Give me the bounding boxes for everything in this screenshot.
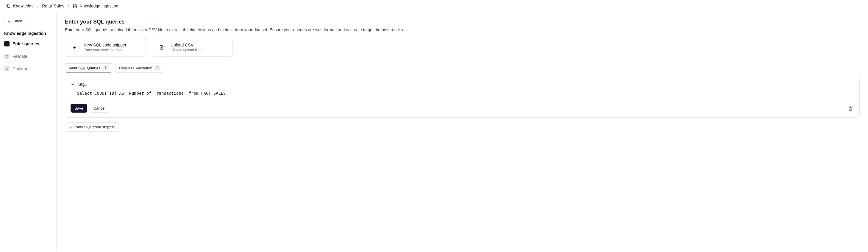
upload-csv-card[interactable]: Upload CSV Click to upload files — [152, 38, 233, 57]
button-label: New SQL code snippet — [75, 125, 115, 129]
tab-count-badge: 1 — [103, 65, 108, 70]
cancel-button[interactable]: Cancel — [90, 104, 109, 113]
breadcrumb-item-knowledge[interactable]: Knowledge — [6, 4, 34, 8]
query-label: SQL — [78, 82, 87, 87]
back-button[interactable]: Back — [4, 17, 25, 25]
trash-icon — [848, 106, 853, 111]
breadcrumb-label: Knowledge ingestion — [80, 4, 118, 8]
page-description: Enter your SQL queries or upload them vi… — [65, 27, 860, 32]
card-title: New SQL code snippet — [84, 43, 126, 47]
step-number: 1 — [4, 41, 9, 47]
plus-icon — [70, 43, 80, 52]
main-content: Enter your SQL queries Enter your SQL qu… — [57, 12, 868, 251]
plus-icon — [69, 125, 73, 129]
save-button[interactable]: Save — [70, 104, 87, 113]
breadcrumb-label: Knowledge — [13, 4, 34, 8]
back-label: Back — [13, 19, 22, 23]
breadcrumb-item-retail-sales[interactable]: Retail Sales — [42, 4, 64, 8]
delete-button[interactable] — [847, 105, 854, 112]
card-subtitle: Enter your code in editor — [84, 48, 126, 52]
step-connector — [7, 59, 7, 66]
step-number: 2 — [4, 54, 9, 59]
sql-code-block[interactable]: Select COUNT(ID) AS 'Number of Transacti… — [70, 90, 854, 104]
step-list: 1 Enter queries 2 Validate 3 Confirm — [4, 41, 52, 72]
file-plus-icon — [73, 4, 78, 8]
step-number: 3 — [4, 66, 9, 72]
arrow-left-icon — [7, 19, 11, 23]
layers-icon — [6, 4, 11, 8]
file-upload-icon — [157, 43, 166, 52]
tab-bar: Valid SQL Queries 1 Requires Validation … — [65, 63, 860, 73]
step-label: Validate — [12, 54, 27, 59]
new-sql-snippet-button[interactable]: New SQL code snippet — [65, 122, 119, 132]
breadcrumb-separator: / — [37, 4, 38, 8]
step-enter-queries[interactable]: 1 Enter queries — [4, 41, 52, 47]
step-label: Confirm — [12, 66, 27, 71]
page-title: Enter your SQL queries — [65, 19, 860, 25]
svg-rect-0 — [7, 5, 10, 7]
step-connector — [7, 47, 7, 54]
sidebar-title: Knowledge ingestion — [4, 31, 52, 36]
breadcrumb-item-current: Knowledge ingestion — [73, 4, 118, 8]
card-title: Upload CSV — [170, 43, 201, 47]
tab-requires-validation[interactable]: Requires Validation 0 — [115, 63, 164, 73]
breadcrumb: Knowledge / Retail Sales / Knowledge ing… — [0, 0, 868, 12]
tab-label: Requires Validation — [119, 66, 152, 70]
tab-label: Valid SQL Queries — [69, 66, 100, 70]
step-confirm[interactable]: 3 Confirm — [4, 66, 52, 72]
chevron-down-icon[interactable] — [70, 82, 75, 87]
step-validate[interactable]: 2 Validate — [4, 54, 52, 59]
breadcrumb-label: Retail Sales — [42, 4, 64, 8]
tab-count-badge: 0 — [155, 65, 160, 70]
tab-valid-queries[interactable]: Valid SQL Queries 1 — [65, 63, 112, 73]
breadcrumb-separator: / — [68, 4, 69, 8]
query-panel: SQL Select COUNT(ID) AS 'Number of Trans… — [65, 77, 860, 118]
step-label: Enter queries — [12, 41, 39, 46]
card-subtitle: Click to upload files — [170, 48, 201, 52]
new-sql-snippet-card[interactable]: New SQL code snippet Enter your code in … — [65, 38, 146, 57]
sidebar: Back Knowledge ingestion 1 Enter queries… — [0, 12, 57, 251]
